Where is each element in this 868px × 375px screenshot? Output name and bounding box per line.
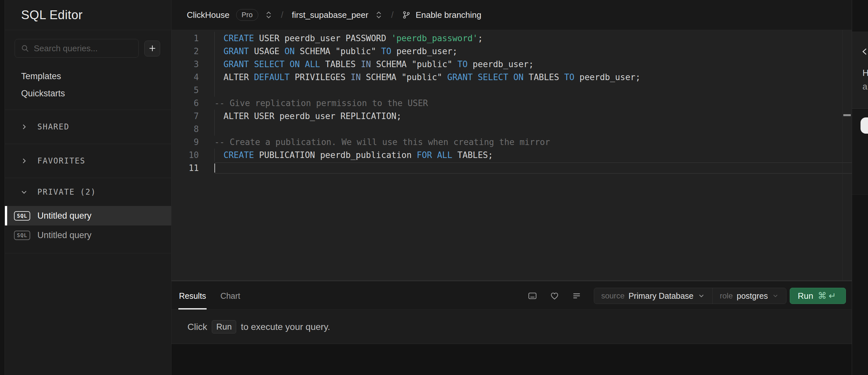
- editor-line[interactable]: 8: [172, 123, 852, 136]
- run-shortcut: ⌘↵: [818, 291, 838, 301]
- editor-line[interactable]: 3GRANT SELECT ON ALL TABLES IN SCHEMA "p…: [172, 58, 852, 71]
- sql-code-editor[interactable]: 1CREATE USER peerdb_user PASSWORD 'peerd…: [172, 30, 852, 281]
- code-text: -- Create a publication. We will use thi…: [214, 136, 852, 148]
- run-kbd-hint: Run: [212, 320, 237, 334]
- chevron-down-icon: [21, 189, 28, 196]
- favorite-heart-icon[interactable]: [550, 291, 559, 301]
- source-select[interactable]: source Primary Database: [594, 288, 712, 304]
- sidebar-header: SQL Editor: [5, 0, 171, 30]
- code-text: CREATE PUBLICATION peerdb_publication FO…: [214, 148, 852, 162]
- code-text: GRANT SELECT ON ALL TABLES IN SCHEMA "pu…: [214, 58, 852, 71]
- line-number: 4: [172, 72, 199, 82]
- selector-up-down-icon[interactable]: [375, 10, 383, 20]
- editor-line[interactable]: 9-- Create a publication. We will use th…: [172, 136, 852, 148]
- sidebar: SQL Editor Templates Quickstarts: [5, 0, 172, 375]
- breadcrumb: ClickHouse Pro / first_supabase_peer / E…: [172, 0, 852, 30]
- clipped-text-fragment: H: [863, 68, 868, 78]
- chevron-down-icon: [772, 292, 779, 299]
- bottom-panel: [172, 344, 852, 375]
- keyboard-shortcuts-icon[interactable]: [528, 291, 537, 301]
- code-text: ALTER DEFAULT PRIVILEGES IN SCHEMA "publ…: [214, 71, 852, 84]
- editor-line[interactable]: 5: [172, 84, 852, 97]
- enable-branching-button[interactable]: Enable branching: [402, 10, 481, 20]
- sidebar-query-item[interactable]: SQLUntitled query: [5, 206, 171, 226]
- role-select[interactable]: role postgres: [712, 288, 786, 304]
- section-favorites[interactable]: FAVORITES: [5, 144, 171, 178]
- sql-file-icon: SQL: [14, 231, 30, 240]
- line-number: 1: [172, 33, 199, 43]
- new-query-button[interactable]: [144, 40, 160, 57]
- editor-scrollbar-lane[interactable]: [842, 30, 843, 280]
- editor-lines: 1CREATE USER peerdb_user PASSWORD 'peerd…: [172, 30, 852, 174]
- editor-line[interactable]: 10CREATE PUBLICATION peerdb_publication …: [172, 148, 852, 162]
- divider: [5, 245, 171, 253]
- sidebar-query-item[interactable]: SQLUntitled query: [5, 226, 171, 245]
- search-row: [5, 30, 171, 58]
- format-lines-icon[interactable]: [572, 291, 582, 301]
- editor-line[interactable]: 4ALTER DEFAULT PRIVILEGES IN SCHEMA "pub…: [172, 71, 852, 84]
- chevron-right-icon: [21, 123, 28, 130]
- command-icon: ⌘: [818, 291, 828, 301]
- overview-ruler-cursor-marker: [843, 114, 851, 116]
- return-icon: ↵: [828, 291, 838, 301]
- code-text: [214, 84, 852, 97]
- search-box[interactable]: [14, 39, 139, 58]
- code-text: [214, 163, 852, 174]
- line-number: 11: [172, 163, 199, 173]
- editor-line[interactable]: 2GRANT USAGE ON SCHEMA "public" TO peerd…: [172, 45, 852, 58]
- editor-line[interactable]: 1CREATE USER peerdb_user PASSWORD 'peerd…: [172, 32, 852, 45]
- section-shared[interactable]: SHARED: [5, 110, 171, 144]
- code-text: -- Give replication permission to the US…: [214, 97, 852, 110]
- sidebar-item-quickstarts[interactable]: Quickstarts: [21, 87, 171, 100]
- run-label: Run: [798, 291, 813, 301]
- breadcrumb-org[interactable]: ClickHouse: [187, 10, 230, 20]
- editor-line[interactable]: 7ALTER USER peerdb_user REPLICATION;: [172, 110, 852, 123]
- search-input[interactable]: [34, 43, 143, 54]
- main-area: ClickHouse Pro / first_supabase_peer / E…: [172, 0, 852, 375]
- role-label: role: [720, 291, 733, 300]
- source-value: Primary Database: [628, 291, 693, 301]
- sql-file-icon: SQL: [14, 211, 30, 220]
- hint-suffix: to execute your query.: [241, 322, 330, 332]
- section-label: PRIVATE (2): [37, 188, 96, 197]
- tab-results[interactable]: Results: [178, 282, 207, 309]
- left-rail: [0, 0, 5, 375]
- sidebar-nav-links: Templates Quickstarts: [5, 58, 171, 100]
- results-toolbar-right: source Primary Database role postgres: [528, 288, 852, 304]
- editor-line[interactable]: 6-- Give replication permission to the U…: [172, 97, 852, 110]
- editor-line[interactable]: 11: [172, 162, 852, 174]
- hint-prefix: Click: [187, 322, 207, 332]
- query-item-label: Untitled query: [37, 230, 92, 240]
- sidebar-item-templates[interactable]: Templates: [21, 70, 171, 83]
- breadcrumb-separator: /: [391, 10, 394, 20]
- line-number: 3: [172, 59, 199, 69]
- chevron-left-icon[interactable]: [861, 47, 868, 57]
- selector-up-down-icon[interactable]: [265, 10, 273, 20]
- tab-chart[interactable]: Chart: [220, 282, 241, 309]
- chevron-right-icon: [21, 157, 28, 165]
- right-side-panel: H a: [852, 0, 868, 375]
- clipped-text-fragment: a: [863, 82, 867, 92]
- code-text: CREATE USER peerdb_user PASSWORD 'peerdb…: [214, 32, 852, 45]
- text-cursor: [214, 164, 215, 173]
- line-number: 2: [172, 46, 199, 56]
- code-text: GRANT USAGE ON SCHEMA "public" TO peerdb…: [214, 45, 852, 58]
- git-branch-icon: [402, 10, 411, 20]
- line-number: 5: [172, 85, 199, 95]
- results-toolbar: Results Chart: [172, 282, 852, 310]
- code-text: ALTER USER peerdb_user REPLICATION;: [214, 110, 852, 123]
- section-label: FAVORITES: [37, 156, 86, 165]
- toolbar-icons: [528, 291, 582, 301]
- line-number: 9: [172, 137, 199, 147]
- clipped-white-pill-button[interactable]: [861, 117, 868, 134]
- breadcrumb-project[interactable]: first_supabase_peer: [292, 10, 368, 20]
- code-text: [214, 123, 852, 136]
- breadcrumb-separator: /: [281, 10, 284, 20]
- line-number: 8: [172, 124, 199, 134]
- section-label: SHARED: [37, 122, 69, 131]
- section-private[interactable]: PRIVATE (2): [5, 178, 171, 206]
- run-button[interactable]: Run ⌘↵: [790, 288, 846, 304]
- page-title: SQL Editor: [21, 8, 83, 22]
- plan-badge[interactable]: Pro: [236, 9, 258, 21]
- query-item-label: Untitled query: [37, 211, 92, 221]
